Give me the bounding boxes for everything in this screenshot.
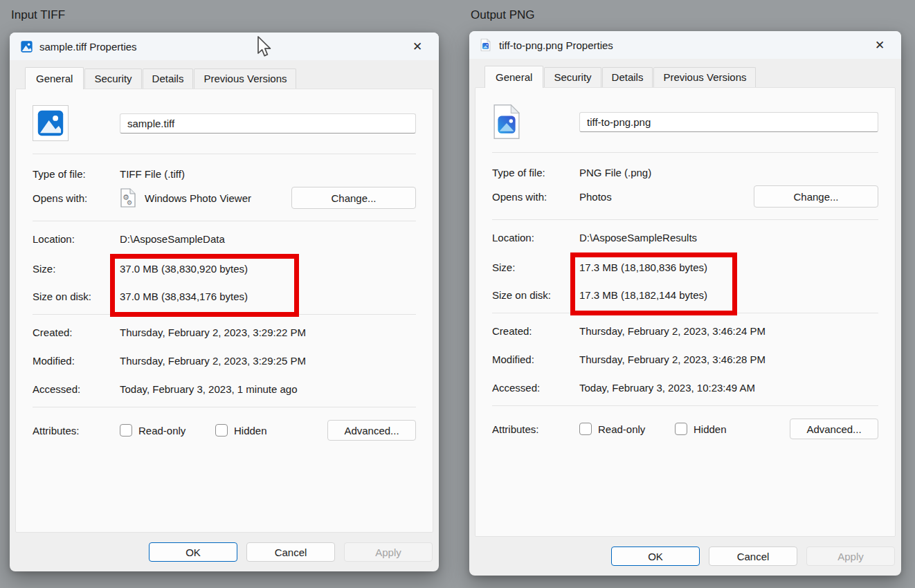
app-gears-file-icon: ⚙⚙ [120,188,136,208]
accessed-value: Today, February 3, 2023, 1 minute ago [120,383,298,395]
dialog-title: tiff-to-png.png Properties [499,39,613,51]
filename-row [492,103,878,140]
properties-dialog-tiff: sample.tiff Properties ✕ General Securit… [10,33,439,571]
dates-block: Created: Thursday, February 2, 2023, 3:2… [33,327,416,395]
hidden-attribute: Hidden [215,424,267,437]
mouse-cursor-icon [256,36,273,61]
png-file-icon-small [480,38,492,52]
opens-with-value: Windows Photo Viewer [145,192,251,204]
advanced-button[interactable]: Advanced... [327,420,416,441]
divider [33,154,416,154]
close-icon[interactable]: ✕ [871,39,889,51]
readonly-checkbox[interactable] [120,424,132,437]
dialog-footer: OK Cancel Apply [10,533,439,571]
svg-text:⚙: ⚙ [127,199,132,206]
size-row: Size: 17.3 MB (18,180,836 bytes) [492,261,878,273]
created-value: Thursday, February 2, 2023, 3:46:24 PM [579,325,765,337]
type-of-file-value: PNG File (.png) [579,167,651,178]
divider [492,152,878,153]
dialog-footer: OK Cancel Apply [469,537,901,576]
accessed-label: Accessed: [492,382,579,394]
type-of-file-value: TIFF File (.tiff) [120,168,185,180]
divider [33,314,416,315]
filename-input[interactable] [579,112,878,132]
panel-heading-input-tiff: Input TIFF [11,8,65,22]
modified-label: Modified: [492,353,579,365]
opens-with-row: Opens with: ⚙⚙ Windows Photo Viewer Chan… [33,187,416,209]
hidden-label: Hidden [694,423,727,435]
tab-previous-versions[interactable]: Previous Versions [194,68,296,89]
apply-button[interactable]: Apply [806,546,895,566]
tab-strip: General Security Details Previous Versio… [10,60,439,89]
tab-security[interactable]: Security [84,68,141,89]
size-group: Size: 37.0 MB (38,830,920 bytes) Size on… [33,263,416,302]
hidden-checkbox[interactable] [675,423,687,435]
modified-row: Modified: Thursday, February 2, 2023, 3:… [33,355,416,367]
dates-block: Created: Thursday, February 2, 2023, 3:4… [492,325,878,394]
readonly-label: Read-only [598,423,645,435]
divider [492,219,878,220]
attributes-label: Attributes: [492,423,579,435]
size-row: Size: 37.0 MB (38,830,920 bytes) [33,263,416,275]
type-of-file-label: Type of file: [492,167,579,178]
tab-general[interactable]: General [484,66,543,88]
type-of-file-label: Type of file: [33,168,120,180]
size-label: Size: [492,261,579,273]
advanced-button[interactable]: Advanced... [790,419,878,439]
titlebar[interactable]: sample.tiff Properties ✕ [10,33,439,60]
hidden-checkbox[interactable] [215,424,228,437]
modified-row: Modified: Thursday, February 2, 2023, 3:… [492,353,878,365]
tiff-image-icon [21,39,33,53]
readonly-checkbox[interactable] [579,423,592,435]
readonly-attribute: Read-only [120,424,215,437]
accessed-label: Accessed: [33,383,120,395]
ok-button[interactable]: OK [149,542,237,562]
titlebar[interactable]: tiff-to-png.png Properties ✕ [469,31,901,59]
ok-button[interactable]: OK [611,546,700,566]
opens-with-row: Opens with: Photos Change... [492,185,878,208]
cancel-button[interactable]: Cancel [246,542,335,562]
divider [492,405,878,406]
modified-value: Thursday, February 2, 2023, 3:46:28 PM [579,353,765,365]
opens-with-label: Opens with: [33,192,120,204]
tab-details[interactable]: Details [143,68,194,89]
size-on-disk-value: 37.0 MB (38,834,176 bytes) [120,291,248,302]
close-icon[interactable]: ✕ [408,41,426,53]
created-label: Created: [33,327,120,338]
accessed-row: Accessed: Today, February 3, 2023, 1 min… [33,383,416,395]
filename-input[interactable] [120,113,416,134]
readonly-attribute: Read-only [579,423,675,435]
type-of-file-row: Type of file: TIFF File (.tiff) [33,168,416,180]
general-tab-page: Type of file: PNG File (.png) Opens with… [475,87,896,537]
modified-value: Thursday, February 2, 2023, 3:29:25 PM [120,355,306,367]
apply-button[interactable]: Apply [344,542,433,562]
size-on-disk-label: Size on disk: [33,291,120,302]
created-label: Created: [492,325,579,337]
filename-row [33,104,416,142]
divider [492,313,878,313]
cancel-button[interactable]: Cancel [709,546,797,566]
change-button[interactable]: Change... [754,185,878,208]
size-group: Size: 17.3 MB (18,180,836 bytes) Size on… [492,261,878,301]
general-tab-page: Type of file: TIFF File (.tiff) Opens wi… [15,89,433,533]
created-row: Created: Thursday, February 2, 2023, 3:2… [33,327,416,338]
location-value: D:\AsposeSampleResults [579,232,697,244]
tab-details[interactable]: Details [602,67,653,87]
change-button[interactable]: Change... [291,187,416,209]
tab-previous-versions[interactable]: Previous Versions [653,67,756,87]
attributes-label: Attributes: [33,425,120,437]
hidden-label: Hidden [234,425,267,437]
tiff-file-icon [33,105,69,141]
tab-general[interactable]: General [25,67,84,89]
hidden-attribute: Hidden [675,423,727,435]
size-on-disk-value: 17.3 MB (18,182,144 bytes) [579,289,707,301]
type-of-file-row: Type of file: PNG File (.png) [492,167,878,178]
dialog-title: sample.tiff Properties [39,41,137,53]
panel-heading-output-png: Output PNG [471,8,535,22]
size-on-disk-row: Size on disk: 17.3 MB (18,182,144 bytes) [492,289,878,301]
tab-strip: General Security Details Previous Versio… [469,59,901,87]
divider [33,221,416,221]
png-file-icon [492,103,528,140]
opens-with-value: Photos [579,191,612,203]
tab-security[interactable]: Security [544,67,601,87]
